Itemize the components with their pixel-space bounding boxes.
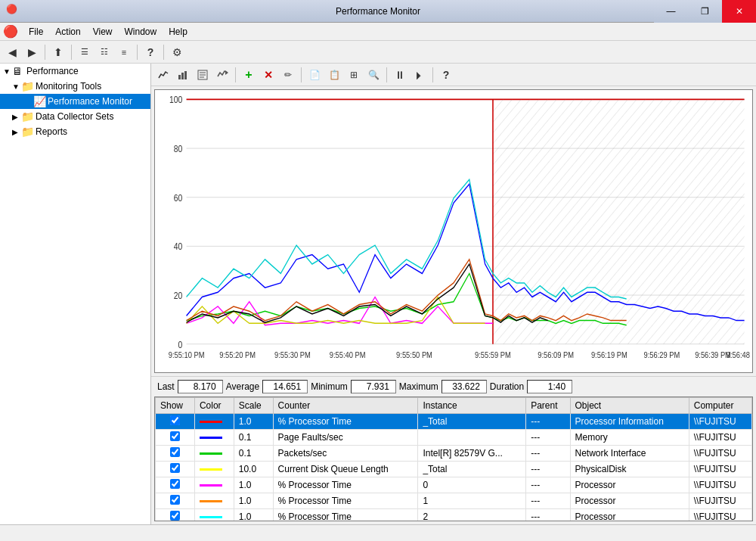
view-graph-button[interactable] [154,66,172,84]
back-button[interactable]: ◀ [3,43,21,61]
col-object: Object [570,398,689,414]
show-cell[interactable] [156,446,195,462]
window-controls: — ❐ ✕ [654,0,756,23]
show-checkbox[interactable] [170,431,180,441]
close-button[interactable]: ✕ [722,0,756,23]
sidebar-item-performance-monitor[interactable]: 📈 Performance Monitor [0,94,150,109]
show-checkbox[interactable] [170,463,180,473]
instance-cell: 0 [418,477,526,493]
instance-cell: Intel[R] 82579V G... [418,446,526,462]
menu-file[interactable]: File [23,25,49,39]
counter-cell: % Processor Time [273,493,418,509]
show-cell[interactable] [156,477,195,493]
svg-text:80: 80 [174,144,183,154]
sidebar-item-performance[interactable]: ▼ 🖥 Performance [0,64,150,79]
chart-area: 100 80 60 40 20 0 [154,89,753,373]
help-perf-button[interactable]: ? [437,66,455,84]
color-cell [194,414,234,430]
avg-value: 14.651 [262,380,308,393]
expand-icon: ▼ [3,67,12,76]
stop-button[interactable]: ⏵ [411,66,429,84]
help-button[interactable]: ? [141,43,160,61]
up-button[interactable]: ⬆ [49,43,67,61]
sidebar-item-monitoring-tools[interactable]: ▼ 📁 Monitoring Tools [0,79,150,94]
expand-icon: ▼ [12,82,21,91]
menu-help[interactable]: Help [163,25,194,39]
table-row[interactable]: 0.1 Packets/sec Intel[R] 82579V G... ---… [156,446,752,462]
parent-cell: --- [526,446,570,462]
perf-sep-3 [386,67,387,82]
delete-button[interactable]: ✕ [259,66,277,84]
svg-rect-0 [178,75,181,79]
max-value: 33.622 [442,380,487,393]
list-button[interactable]: ☷ [95,43,113,61]
change-graph-button[interactable] [213,66,231,84]
table-row[interactable]: 0.1 Page Faults/sec --- Memory \\FUJITSU [156,430,752,446]
show-checkbox[interactable] [170,415,180,425]
counter-cell: Current Disk Queue Length [273,462,418,477]
show-cell[interactable] [156,509,195,522]
object-cell: Processor [570,493,689,509]
show-checkbox[interactable] [170,479,180,489]
svg-text:9:56:19 PM: 9:56:19 PM [591,351,627,360]
pause-button[interactable]: ⏸ [391,66,409,84]
content-area: + ✕ ✏ 📄 📋 ⊞ 🔍 ⏸ ⏵ ? [151,64,756,524]
show-checkbox[interactable] [170,495,180,505]
svg-rect-2 [184,71,187,79]
performance-icon: 🖥 [12,65,24,77]
table-row[interactable]: 1.0 % Processor Time _Total --- Processo… [156,414,752,430]
show-checkbox[interactable] [170,447,180,457]
table-row[interactable]: 1.0 % Processor Time 1 --- Processor \\F… [156,493,752,509]
add-counter-button[interactable]: + [240,66,258,84]
scale-cell: 10.0 [234,462,273,477]
perf-sep-2 [301,67,302,82]
toolbar-separator-3 [137,45,138,60]
scale-cell: 0.1 [234,446,273,462]
show-cell[interactable] [156,462,195,477]
highlight-button[interactable]: ✏ [279,66,297,84]
minimize-button[interactable]: — [654,0,688,23]
sidebar-item-data-collector[interactable]: ▶ 📁 Data Collector Sets [0,109,150,124]
scale-cell: 0.1 [234,430,273,446]
menu-window[interactable]: Window [119,25,163,39]
counter-cell: % Processor Time [273,414,418,430]
computer-cell: \\FUJITSU [689,414,751,430]
app-icon: 🔴 [6,4,17,14]
computer-cell: \\FUJITSU [689,446,751,462]
show-cell[interactable] [156,493,195,509]
parent-cell: --- [526,462,570,477]
object-cell: Processor [570,477,689,493]
min-value: 7.931 [351,380,396,393]
options-button[interactable]: ⚙ [168,43,186,61]
view-histogram-button[interactable] [174,66,192,84]
sidebar-item-reports[interactable]: ▶ 📁 Reports [0,124,150,139]
sidebar: ▼ 🖥 Performance ▼ 📁 Monitoring Tools 📈 P… [0,64,151,524]
menu-action[interactable]: Action [49,25,86,39]
instance-cell: _Total [418,462,526,477]
svg-text:9:56:29 PM: 9:56:29 PM [644,351,680,360]
svg-text:9:56:09 PM: 9:56:09 PM [538,351,574,360]
col-show: Show [156,398,195,414]
counter-table-wrapper: Show Color Scale Counter Instance Parent… [154,396,753,521]
table-row[interactable]: 10.0 Current Disk Queue Length _Total --… [156,462,752,477]
data-collector-icon: 📁 [21,110,33,123]
show-checkbox[interactable] [170,511,180,521]
freeze-button[interactable]: 🔍 [364,66,383,84]
table-row[interactable]: 1.0 % Processor Time 0 --- Processor \\F… [156,477,752,493]
instance-cell: _Total [418,414,526,430]
report-button[interactable]: ≡ [115,43,133,61]
view-report-button[interactable] [194,66,212,84]
forward-button[interactable]: ▶ [23,43,41,61]
copy-button[interactable]: 📄 [305,66,324,84]
paste-button[interactable]: 📋 [325,66,343,84]
show-cell[interactable] [156,414,195,430]
color-cell [194,493,234,509]
properties-button[interactable]: ⊞ [345,66,363,84]
menu-view[interactable]: View [87,25,119,39]
show-cell[interactable] [156,430,195,446]
restore-button[interactable]: ❐ [688,0,722,23]
svg-text:9:56:48 PM: 9:56:48 PM [727,351,752,360]
svg-text:100: 100 [169,95,182,105]
table-row[interactable]: 1.0 % Processor Time 2 --- Processor \\F… [156,509,752,522]
show-hide-button[interactable]: ☰ [76,43,94,61]
